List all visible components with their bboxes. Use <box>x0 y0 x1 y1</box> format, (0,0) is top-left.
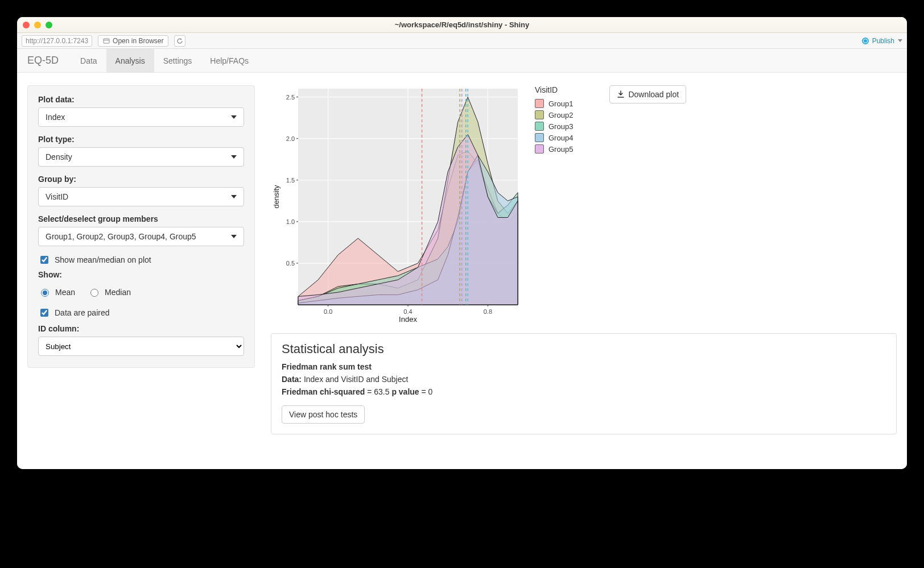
legend-label: Group4 <box>548 134 573 142</box>
url-field[interactable]: http://127.0.0.1:7243 <box>22 35 92 47</box>
legend-item: Group1 <box>535 98 573 109</box>
legend-swatch <box>535 99 544 108</box>
svg-text:density: density <box>272 185 280 209</box>
svg-text:0.4: 0.4 <box>403 308 412 315</box>
plot-legend: VisitID Group1Group2Group3Group4Group5 <box>535 85 573 155</box>
browser-icon <box>103 38 110 44</box>
chevron-down-icon <box>231 235 237 238</box>
publish-button[interactable]: Publish <box>862 37 902 45</box>
idcol-select[interactable]: Subject <box>38 337 244 356</box>
show-mean-radio-label[interactable]: Mean <box>55 288 75 297</box>
tab-analysis[interactable]: Analysis <box>106 49 154 72</box>
legend-label: Group3 <box>548 122 573 131</box>
plot-data-select[interactable]: Index <box>38 107 244 127</box>
members-value: Group1, Group2, Group3, Group4, Group5 <box>46 232 196 241</box>
members-select[interactable]: Group1, Group2, Group3, Group4, Group5 <box>38 227 244 246</box>
legend-item: Group5 <box>535 143 573 155</box>
svg-text:2.5: 2.5 <box>286 94 295 101</box>
show-mean-radio[interactable] <box>41 289 49 297</box>
members-label: Select/deselect group members <box>38 214 244 223</box>
titlebar: ~/workspace/R/eq5d/inst/shiny - Shiny <box>17 17 907 33</box>
legend-title: VisitID <box>535 85 573 94</box>
download-plot-label: Download plot <box>628 90 679 99</box>
legend-swatch <box>535 133 544 142</box>
legend-swatch <box>535 144 544 154</box>
legend-item: Group2 <box>535 109 573 121</box>
publish-label: Publish <box>872 37 894 45</box>
open-in-browser-button[interactable]: Open in Browser <box>98 35 168 47</box>
reload-icon <box>176 38 183 44</box>
plot-type-select[interactable]: Density <box>38 147 244 167</box>
legend-item: Group4 <box>535 132 573 143</box>
group-by-select[interactable]: VisitID <box>38 187 244 206</box>
minimize-icon[interactable] <box>34 22 41 28</box>
plot-type-label: Plot type: <box>38 135 244 144</box>
legend-swatch <box>535 110 544 119</box>
show-median-radio-label[interactable]: Median <box>105 288 131 297</box>
stats-data-label: Data: <box>282 375 302 384</box>
idcol-label: ID column: <box>38 324 244 333</box>
stats-equals: = <box>367 387 374 396</box>
paired-label[interactable]: Data are paired <box>55 308 110 317</box>
stats-equals: = <box>422 387 428 396</box>
open-in-browser-label: Open in Browser <box>113 37 163 45</box>
stats-chi-value: 63.5 <box>374 387 389 396</box>
chevron-down-icon <box>898 39 902 42</box>
svg-text:1.5: 1.5 <box>286 177 295 184</box>
chevron-down-icon <box>231 195 237 198</box>
app-brand: EQ-5D <box>27 55 59 67</box>
legend-swatch <box>535 122 544 131</box>
tab-data[interactable]: Data <box>71 49 106 72</box>
download-icon <box>617 90 625 98</box>
stats-test: Friedman rank sum test <box>282 362 372 371</box>
svg-text:0.0: 0.0 <box>324 308 332 315</box>
viewer-toolbar: http://127.0.0.1:7243 Open in Browser Pu… <box>17 33 907 49</box>
posthoc-label: View post hoc tests <box>289 410 357 419</box>
app-window: ~/workspace/R/eq5d/inst/shiny - Shiny ht… <box>17 17 907 469</box>
svg-text:0.5: 0.5 <box>286 260 295 267</box>
posthoc-button[interactable]: View post hoc tests <box>282 405 365 424</box>
stats-panel: Statistical analysis Friedman rank sum t… <box>271 333 897 434</box>
group-by-label: Group by: <box>38 175 244 184</box>
zoom-icon[interactable] <box>46 22 52 28</box>
stats-chi-label: Friedman chi-squared <box>282 387 365 396</box>
stats-p-label: p value <box>391 387 419 396</box>
show-label: Show: <box>38 270 244 279</box>
tab-settings[interactable]: Settings <box>154 49 201 72</box>
legend-item: Group3 <box>535 121 573 132</box>
plot-type-value: Density <box>46 152 72 161</box>
legend-label: Group5 <box>548 145 573 154</box>
chevron-down-icon <box>231 155 237 159</box>
legend-label: Group1 <box>548 99 573 108</box>
tab-help-faqs[interactable]: Help/FAQs <box>201 49 258 72</box>
download-plot-button[interactable]: Download plot <box>609 85 686 103</box>
chevron-down-icon <box>231 115 237 119</box>
show-mean-median-label[interactable]: Show mean/median on plot <box>55 255 151 264</box>
density-plot: 0.51.01.52.02.50.00.40.8Indexdensity <box>271 85 521 325</box>
stats-heading: Statistical analysis <box>282 342 886 356</box>
svg-text:0.8: 0.8 <box>484 308 492 315</box>
svg-text:2.0: 2.0 <box>286 135 295 142</box>
stats-data-value: Index and VisitID and Subject <box>304 375 408 384</box>
show-mean-median-checkbox[interactable] <box>40 256 48 264</box>
window-title: ~/workspace/R/eq5d/inst/shiny - Shiny <box>395 20 530 29</box>
plot-data-value: Index <box>46 113 65 122</box>
stats-p-value: 0 <box>428 387 433 396</box>
group-by-value: VisitID <box>46 192 68 201</box>
show-median-radio[interactable] <box>90 289 98 297</box>
legend-label: Group2 <box>548 111 573 119</box>
svg-rect-0 <box>104 39 109 43</box>
svg-text:Index: Index <box>399 315 417 324</box>
svg-text:1.0: 1.0 <box>286 218 295 225</box>
plot-data-label: Plot data: <box>38 95 244 104</box>
close-icon[interactable] <box>23 22 30 28</box>
sidebar-panel: Plot data: Index Plot type: Density <box>27 85 255 368</box>
navbar: EQ-5D DataAnalysisSettingsHelp/FAQs <box>17 49 907 73</box>
plot-area: 0.51.01.52.02.50.00.40.8Indexdensity Vis… <box>271 85 897 325</box>
paired-checkbox[interactable] <box>40 309 48 317</box>
reload-button[interactable] <box>174 35 185 47</box>
publish-icon <box>862 38 869 44</box>
